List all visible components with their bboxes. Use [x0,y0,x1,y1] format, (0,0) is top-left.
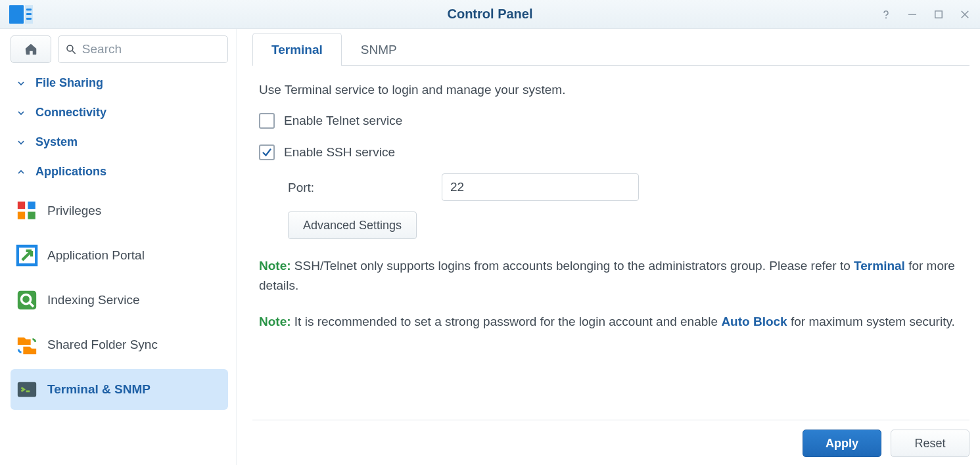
help-icon[interactable] [880,9,892,20]
home-button[interactable] [11,35,51,63]
chevron-up-icon [16,167,26,177]
search-box[interactable] [58,35,228,63]
sidebar-item-label: Privileges [47,204,101,218]
advanced-settings-button[interactable]: Advanced Settings [288,211,417,239]
svg-rect-9 [18,211,25,219]
close-icon[interactable] [959,9,971,20]
tab-content: Use Terminal service to login and manage… [252,66,969,332]
privileges-icon [16,200,38,222]
note-1: Note: SSH/Telnet only supports logins fr… [259,256,966,295]
chevron-down-icon [16,137,26,148]
telnet-checkbox[interactable] [259,113,275,129]
app-icon [9,5,34,24]
maximize-icon[interactable] [933,9,945,20]
reset-button[interactable]: Reset [891,430,969,457]
application-portal-icon [16,244,38,267]
chevron-down-icon [16,108,26,118]
cat-label: Connectivity [35,106,106,120]
sidebar-item-label: Application Portal [47,248,145,263]
svg-point-5 [67,45,73,51]
tabs: Terminal SNMP [252,33,969,66]
svg-rect-8 [28,202,35,209]
sidebar-cat-applications[interactable]: Applications [11,157,228,187]
svg-rect-15 [18,382,36,397]
sidebar-item-privileges[interactable]: Privileges [11,190,228,231]
ssh-label: Enable SSH service [284,143,395,162]
sidebar-item-indexing-service[interactable]: Indexing Service [11,280,228,321]
terminal-icon [16,378,38,401]
shared-folder-sync-icon [16,334,38,356]
titlebar: Control Panel [0,0,980,29]
svg-line-6 [72,51,75,53]
sidebar-item-terminal-snmp[interactable]: Terminal & SNMP [11,369,228,410]
cat-label: File Sharing [35,76,103,90]
sidebar-item-shared-folder-sync[interactable]: Shared Folder Sync [11,324,228,365]
note-text: SSH/Telnet only supports logins from acc… [291,259,854,273]
sidebar-cat-file-sharing[interactable]: File Sharing [11,68,228,98]
intro-text: Use Terminal service to login and manage… [259,80,966,99]
sidebar-item-label: Indexing Service [47,293,139,307]
tab-terminal[interactable]: Terminal [252,33,342,65]
cat-label: Applications [35,165,106,179]
ssh-checkbox[interactable] [259,144,275,160]
sidebar-cat-system[interactable]: System [11,127,228,157]
footer: Apply Reset [252,420,969,457]
note-2: Note: It is recommended to set a strong … [259,312,966,331]
apply-button[interactable]: Apply [803,430,881,457]
svg-rect-10 [28,211,35,219]
port-label: Port: [288,178,442,197]
port-input[interactable] [442,173,639,201]
search-input[interactable] [82,42,221,56]
cat-label: System [35,135,78,149]
search-icon [65,43,77,56]
sidebar-item-label: Shared Folder Sync [47,338,158,352]
window-controls [880,9,971,20]
sidebar-item-application-portal[interactable]: Application Portal [11,235,228,276]
indexing-service-icon [16,289,38,311]
note-text: It is recommended to set a strong passwo… [291,315,722,328]
main-panel: Terminal SNMP Use Terminal service to lo… [237,29,980,465]
terminal-link[interactable]: Terminal [854,259,905,273]
note-label: Note: [259,315,291,328]
minimize-icon[interactable] [906,9,918,20]
sidebar-cat-connectivity[interactable]: Connectivity [11,98,228,127]
sidebar: File Sharing Connectivity System Applica… [0,29,237,465]
svg-rect-7 [18,202,25,209]
sidebar-item-label: Terminal & SNMP [47,382,151,397]
chevron-down-icon [16,78,26,89]
svg-point-0 [886,17,887,18]
auto-block-link[interactable]: Auto Block [721,315,787,328]
telnet-label: Enable Telnet service [284,111,402,130]
note-label: Note: [259,259,291,273]
note-text: for maximum system security. [787,315,955,328]
svg-rect-2 [935,11,943,18]
tab-snmp[interactable]: SNMP [342,33,416,65]
window-title: Control Panel [0,7,980,22]
